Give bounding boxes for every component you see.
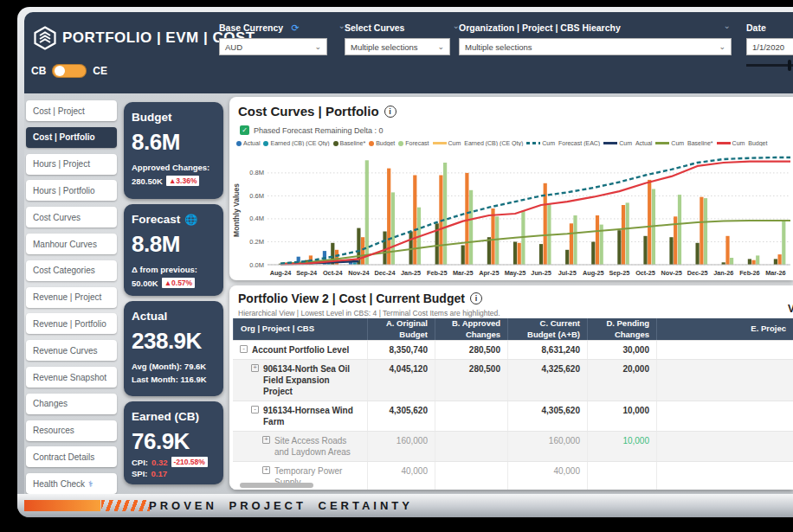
sidebar-item-cost-project[interactable]: Cost | Project (26, 100, 117, 121)
sidebar-item-revenue-curves[interactable]: Revenue Curves (26, 340, 117, 361)
chevron-down-icon[interactable]: ⌄ (724, 21, 731, 30)
sidebar-item-cost-categories[interactable]: Cost Categories (26, 260, 117, 281)
table-row[interactable]: -916134-Hornsea Wind Farm4,305,6204,305,… (233, 401, 793, 431)
org-hierarchy-dropdown[interactable]: Multiple selections ⌄ (459, 38, 732, 55)
svg-text:0.0M: 0.0M (249, 261, 264, 269)
info-icon[interactable]: i (470, 292, 482, 304)
footer-stripes (101, 500, 150, 511)
legend-item[interactable]: Cum_Earned (CB) (CE Qty) (433, 140, 524, 146)
legend-label: Baseline* (340, 140, 366, 146)
sidebar-item-label: Cost Categories (33, 266, 95, 275)
expand-icon[interactable]: + (251, 364, 259, 372)
column-header[interactable]: D. Pending Changes (587, 318, 656, 340)
sidebar-item-hours-project[interactable]: Hours | Project (26, 154, 117, 175)
legend-item[interactable]: Cum_Budget (717, 140, 768, 146)
legend-dot-icon (263, 141, 268, 146)
legend-item[interactable]: Cum_Baseline* (655, 140, 712, 146)
table-row[interactable]: +906134-North Sea Oil Field Expansion Pr… (233, 359, 793, 401)
legend-item[interactable]: Baseline* (333, 140, 366, 146)
toggle-label-ce: CE (93, 65, 107, 77)
collapse-icon[interactable]: - (251, 406, 259, 413)
row-value-cell: 4,045,120 (367, 360, 435, 401)
svg-text:0.6M: 0.6M (249, 192, 264, 200)
row-value-cell: 280,500 (435, 341, 507, 359)
screenshot-stage: PORTFOLIO | EVM | COST CB CE Base Curren… (0, 0, 793, 532)
legend-item[interactable]: Cum_Actual (603, 140, 652, 146)
checkbox-checked-icon[interactable]: ✓ (240, 125, 249, 135)
table-row[interactable]: -Account Portfolio Level8,350,740280,500… (233, 340, 793, 359)
column-header[interactable]: A. Original Budget (367, 318, 435, 340)
expand-icon[interactable]: + (262, 436, 270, 444)
slider-handle[interactable] (788, 60, 791, 71)
expand-icon[interactable]: + (262, 466, 270, 474)
svg-text:0.8M: 0.8M (249, 169, 264, 176)
date-range-slider[interactable] (746, 64, 793, 67)
row-name-cell: -Account Portfolio Level (233, 341, 367, 359)
svg-text:Feb-25: Feb-25 (427, 269, 448, 277)
sidebar-item-health-check[interactable]: Health Check⚕ (26, 473, 117, 494)
kpi-title: Earned (CB) (132, 410, 216, 423)
column-header[interactable]: B. Approved Changes (435, 318, 507, 340)
currency-sync-icon: ⟳ (292, 22, 300, 33)
svg-text:Oct-24: Oct-24 (323, 269, 344, 277)
sidebar-item-revenue-portfolio[interactable]: Revenue | Portfolio (26, 313, 117, 334)
legend-item[interactable]: Forecast (398, 140, 429, 146)
svg-text:Aug-25: Aug-25 (583, 269, 604, 277)
kpi-value: 238.9K (132, 328, 216, 355)
svg-text:Dec-25: Dec-25 (687, 269, 708, 277)
column-header[interactable]: E. Projec (656, 318, 793, 340)
slicer-date: Date 1/1/2020 (746, 19, 793, 35)
legend-item[interactable]: Earned (CB) (CE Qty) (263, 140, 329, 146)
sidebar-item-contract-details[interactable]: Contract Details (26, 446, 117, 467)
select-curves-dropdown[interactable]: Multiple selections ⌄ (345, 38, 450, 55)
table-row[interactable]: +Temporary Power Supply40,00040,000 (233, 461, 793, 490)
kpi-sub-value: 280.50K (132, 176, 163, 186)
date-input[interactable]: 1/1/2020 (746, 38, 793, 55)
date-value: 1/1/2020 (752, 42, 784, 52)
legend-dot-icon (236, 141, 242, 146)
sidebar-item-cost-curves[interactable]: Cost Curves (26, 207, 117, 228)
spi-value: 0.17 (151, 469, 167, 478)
sidebar-item-label: Revenue Curves (33, 346, 97, 356)
row-value-cell: 30,000 (587, 341, 656, 359)
info-icon[interactable]: i (384, 106, 396, 118)
sidebar-item-hours-portfolio[interactable]: Hours | Portfolio (26, 180, 117, 201)
sidebar-item-revenue-snapshot[interactable]: Revenue Snapshot (26, 367, 117, 388)
sidebar-item-manhour-curves[interactable]: Manhour Curves (26, 234, 117, 254)
row-name-cell: +Site Access Roads and Laydown Areas (233, 432, 367, 461)
cost-curves-chart: 0.0M0.2M0.4M0.6M0.8MMonthly ValuesAug-24… (231, 151, 790, 279)
legend-item[interactable]: Actual (236, 140, 260, 146)
svg-text:Mar-26: Mar-26 (765, 269, 786, 277)
horizontal-scrollbar[interactable] (240, 483, 313, 488)
svg-text:Feb-26: Feb-26 (739, 269, 760, 277)
sidebar-item-changes[interactable]: Changes (26, 394, 117, 414)
column-header[interactable]: C. Current Budget (A+B) (507, 318, 587, 340)
row-value-cell: 10,000 (587, 401, 656, 431)
table-subtitle: Hierarchical View | Lowest Level in CBS:… (238, 309, 500, 317)
kpi-title: Actual (132, 310, 216, 323)
svg-text:Sep-25: Sep-25 (609, 269, 629, 277)
row-value-cell: 8,350,740 (367, 341, 435, 359)
kpi-card-actual: Actual 238.9K Avg (Month): 79.6K Last Mo… (124, 301, 223, 396)
row-name: 906134-North Sea Oil Field Expansion Pro… (263, 363, 360, 397)
column-header[interactable]: Org | Project | CBS (233, 318, 367, 340)
legend-label: Forecast (405, 140, 429, 146)
collapse-icon[interactable]: - (240, 345, 248, 353)
kpi-value: 8.6M (132, 129, 216, 156)
svg-text:Nov-25: Nov-25 (661, 269, 681, 277)
sidebar-item-cost-portfolio[interactable]: Cost | Portfolio (26, 127, 117, 148)
kpi-title: Budget (132, 111, 216, 124)
sidebar-item-revenue-project[interactable]: Revenue | Project (26, 287, 117, 308)
legend-item[interactable]: Cum_Forecast (EAC) (526, 140, 600, 146)
kpi-subtitle: Avg (Month): 79.6K (132, 361, 216, 373)
svg-text:Sep-24: Sep-24 (296, 269, 318, 277)
sidebar-item-resources[interactable]: Resources (26, 420, 117, 441)
cb-ce-toggle[interactable] (52, 64, 87, 78)
legend-item[interactable]: Budget (369, 140, 395, 146)
toggle-label-cb: CB (31, 65, 46, 77)
base-currency-dropdown[interactable]: AUD ⌄ (219, 38, 327, 55)
table-row[interactable]: +Site Access Roads and Laydown Areas160,… (233, 431, 793, 461)
legend-line-icon (433, 142, 447, 144)
row-value-cell (656, 341, 793, 359)
slicer-base-currency: Base Currency ⟳ ⌄ AUD ⌄ (219, 19, 349, 35)
